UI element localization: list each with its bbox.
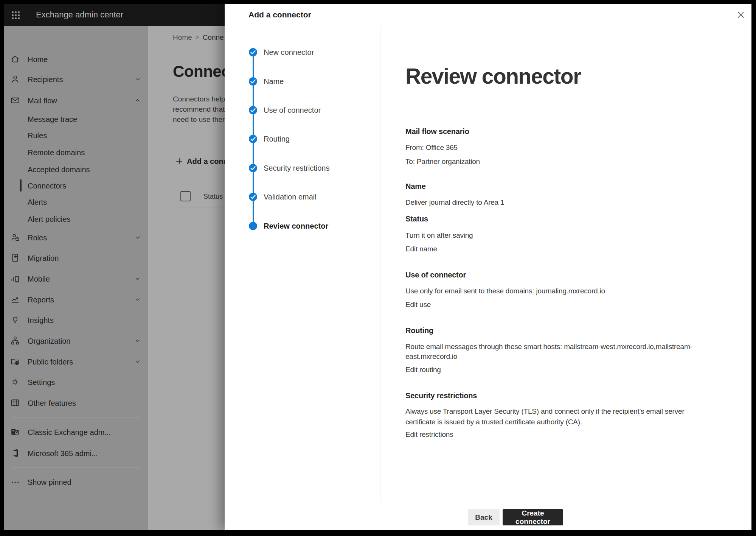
step-complete-icon[interactable] [249, 106, 257, 114]
page-title: Connect [173, 62, 225, 81]
app-title: Exchange admin center [36, 4, 123, 26]
sidebar-item-insights[interactable]: Insights [4, 312, 148, 327]
sidebar-item-alerts[interactable]: Alerts [4, 194, 148, 209]
breadcrumb-current: Conne [203, 33, 224, 42]
sidebar-item-organization[interactable]: Organization [4, 333, 148, 348]
sidebar-item-label: Mobile [28, 274, 50, 284]
roles-icon [10, 232, 20, 242]
wizard-step-new-connector[interactable]: New connector [264, 48, 314, 57]
edit-restrictions-link[interactable]: Edit restrictions [405, 430, 453, 439]
breadcrumb-home-link[interactable]: Home [173, 33, 192, 42]
step-complete-icon[interactable] [249, 77, 257, 86]
page-description-line: recommend that [173, 104, 225, 114]
sidebar-item-other-features[interactable]: Other features [4, 395, 148, 410]
mail-flow-scenario-heading: Mail flow scenario [405, 126, 469, 136]
review-connector-heading: Review connector [405, 64, 581, 89]
sidebar-item-home[interactable]: Home [4, 51, 148, 67]
sidebar-item-label: Show pinned [28, 478, 71, 487]
edit-use-link[interactable]: Edit use [405, 300, 431, 310]
step-current-icon[interactable] [249, 222, 257, 230]
routing-value-line1: Route email messages through these smart… [405, 342, 692, 352]
sidebar-item-alert-policies[interactable]: Alert policies [4, 211, 148, 226]
sidebar-item-migration[interactable]: Migration [4, 250, 148, 265]
security-restrictions-heading: Security restrictions [405, 391, 477, 400]
step-complete-icon[interactable] [249, 48, 257, 56]
sidebar-divider [11, 418, 141, 418]
sidebar-item-remote-domains[interactable]: Remote domains [4, 145, 148, 160]
app-launcher-icon[interactable] [11, 10, 21, 20]
chevron-down-icon [134, 358, 141, 366]
chevron-up-icon [134, 97, 141, 105]
wizard-step-validation-email[interactable]: Validation email [264, 192, 317, 201]
sidebar-item-label: Home [28, 55, 48, 64]
page-description-line: need to use ther [173, 114, 225, 125]
reports-icon [10, 294, 20, 304]
edit-routing-link[interactable]: Edit routing [405, 365, 441, 375]
chevron-down-icon [134, 234, 141, 242]
mail-flow-from: From: Office 365 [405, 143, 458, 153]
back-button[interactable]: Back [468, 509, 500, 525]
sidebar-divider [11, 467, 141, 467]
close-icon[interactable] [736, 10, 746, 20]
sidebar-item-label: Insights [28, 316, 54, 325]
use-of-connector-value: Use only for email sent to these domains… [405, 286, 605, 296]
sidebar: HomeRecipientsMail flowMessage traceRule… [4, 26, 148, 530]
sidebar-item-message-trace[interactable]: Message trace [4, 111, 148, 126]
wizard-step-review-connector[interactable]: Review connector [264, 221, 328, 231]
sidebar-item-label: Rules [28, 131, 47, 140]
toolbar-divider [172, 149, 225, 149]
status-heading: Status [405, 214, 428, 224]
table-header-divider [172, 207, 225, 208]
sidebar-item-show-pinned[interactable]: Show pinned [4, 474, 148, 489]
sidebar-item-label: Connectors [28, 181, 66, 190]
sidebar-item-classic-exchange-adm[interactable]: Classic Exchange adm... [4, 424, 148, 439]
sidebar-item-microsoft-365-admi[interactable]: Microsoft 365 admi... [4, 446, 148, 461]
sidebar-item-label: Reports [28, 295, 54, 304]
wizard-step-security-restrictions[interactable]: Security restrictions [264, 164, 330, 173]
sidebar-item-mobile[interactable]: Mobile [4, 271, 148, 286]
organization-icon [10, 336, 20, 346]
step-complete-icon[interactable] [249, 164, 257, 172]
sidebar-item-label: Other features [28, 399, 76, 408]
name-value: Deliver journal directly to Area 1 [405, 198, 504, 207]
other-features-icon [10, 398, 20, 408]
edit-name-link[interactable]: Edit name [405, 244, 437, 254]
settings-icon [10, 377, 20, 387]
panel-title: Add a connector [248, 4, 311, 26]
sidebar-item-label: Recipients [28, 75, 63, 84]
page-description: Connectors help recommend that need to u… [173, 94, 225, 125]
sidebar-item-label: Organization [28, 337, 70, 346]
mail-flow-to: To: Partner organization [405, 157, 480, 167]
status-column-header: Status [203, 193, 223, 201]
name-heading: Name [405, 181, 426, 191]
person-icon [10, 74, 20, 84]
select-all-checkbox[interactable] [180, 191, 191, 201]
background-page: Home > Conne Connect Connectors help rec… [148, 26, 225, 530]
public-folders-icon [10, 357, 20, 366]
panel-footer: Back Create connector [225, 502, 751, 530]
panel-header: Add a connector [225, 4, 751, 26]
sidebar-item-mail-flow[interactable]: Mail flow [4, 93, 148, 108]
sidebar-item-settings[interactable]: Settings [4, 374, 148, 390]
sidebar-item-rules[interactable]: Rules [4, 128, 148, 143]
sidebar-item-label: Settings [28, 378, 55, 387]
create-connector-button[interactable]: Create connector [503, 509, 563, 525]
wizard-step-use-of-connector[interactable]: Use of connector [264, 106, 321, 115]
step-complete-icon[interactable] [249, 135, 257, 143]
sidebar-item-connectors[interactable]: Connectors [4, 178, 148, 193]
sidebar-item-recipients[interactable]: Recipients [4, 72, 148, 87]
chevron-down-icon [134, 337, 141, 346]
step-complete-icon[interactable] [249, 193, 257, 201]
wizard-step-name[interactable]: Name [264, 77, 284, 86]
sidebar-item-roles[interactable]: Roles [4, 230, 148, 245]
security-value-line1: Always use Transport Layer Security (TLS… [405, 407, 685, 416]
sidebar-item-reports[interactable]: Reports [4, 292, 148, 307]
mobile-icon [10, 274, 20, 284]
add-connector-button[interactable]: Add a conn [175, 156, 225, 167]
sidebar-item-public-folders[interactable]: Public folders [4, 354, 148, 369]
wizard-step-routing[interactable]: Routing [264, 134, 290, 143]
insights-icon [10, 315, 20, 325]
sidebar-item-accepted-domains[interactable]: Accepted domains [4, 162, 148, 177]
sidebar-item-label: Alert policies [28, 215, 70, 224]
classic-exchange-icon [10, 427, 20, 437]
